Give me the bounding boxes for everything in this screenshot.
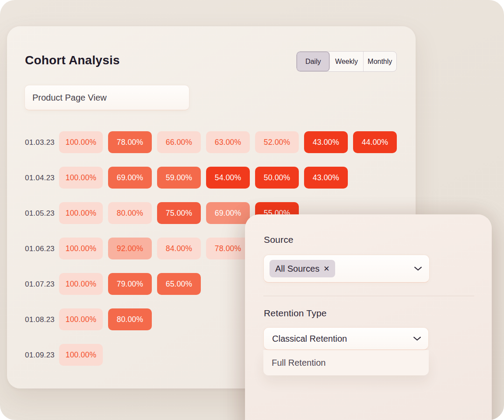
retention-cell[interactable]: 100.00% — [59, 238, 103, 259]
app-background: Cohort Analysis DailyWeeklyMonthly Produ… — [0, 0, 504, 420]
source-chip-label: All Sources — [275, 264, 319, 274]
retention-cell[interactable]: 75.00% — [157, 202, 201, 224]
retention-cell[interactable]: 69.00% — [206, 202, 250, 224]
retention-cell[interactable]: 44.00% — [353, 131, 397, 153]
retention-cell[interactable]: 100.00% — [59, 131, 103, 153]
retention-type-option[interactable]: Full Retention — [263, 350, 429, 375]
retention-cell[interactable]: 100.00% — [59, 202, 103, 224]
retention-cell[interactable]: 63.00% — [206, 131, 250, 153]
retention-cell[interactable]: 66.00% — [157, 131, 201, 153]
retention-cell[interactable]: 100.00% — [59, 308, 103, 330]
toggle-option-daily[interactable]: Daily — [297, 52, 330, 71]
retention-cell[interactable]: 59.00% — [157, 167, 201, 189]
source-select-field[interactable]: All Sources ✕ — [263, 255, 430, 283]
retention-cell[interactable]: 43.00% — [304, 131, 348, 153]
cohort-date-label: 01.09.23 — [25, 351, 55, 360]
cohort-row: 01.03.23100.00%78.00%66.00%63.00%52.00%4… — [7, 131, 416, 153]
retention-cell[interactable]: 84.00% — [157, 238, 201, 259]
retention-cell[interactable]: 80.00% — [108, 202, 152, 224]
retention-cell[interactable]: 100.00% — [59, 273, 103, 295]
retention-cell[interactable]: 52.00% — [255, 131, 299, 153]
source-section-label: Source — [264, 234, 294, 245]
retention-type-select-field[interactable]: Classical Retention — [263, 327, 429, 350]
cohort-date-label: 01.08.23 — [25, 315, 55, 324]
chevron-down-icon — [414, 266, 422, 271]
section-divider — [263, 296, 474, 296]
page-title: Cohort Analysis — [25, 53, 120, 67]
retention-cell[interactable]: 78.00% — [206, 238, 250, 259]
cohort-date-label: 01.04.23 — [25, 174, 55, 182]
retention-type-selected-value: Classical Retention — [272, 334, 347, 344]
retention-type-section-label: Retention Type — [264, 308, 327, 318]
cohort-row: 01.04.23100.00%69.00%59.00%54.00%50.00%4… — [7, 167, 416, 189]
retention-cell[interactable]: 80.00% — [108, 308, 152, 330]
filters-panel: Source All Sources ✕ Retention Type Clas… — [245, 214, 492, 420]
view-granularity-toggle: DailyWeeklyMonthly — [296, 51, 397, 72]
toggle-option-weekly[interactable]: Weekly — [330, 52, 363, 71]
cohort-date-label: 01.05.23 — [25, 209, 55, 218]
chip-remove-icon[interactable]: ✕ — [323, 265, 329, 273]
retention-cell[interactable]: 100.00% — [59, 167, 103, 189]
toggle-option-monthly[interactable]: Monthly — [364, 52, 396, 71]
retention-cell[interactable]: 43.00% — [304, 167, 348, 189]
cohort-date-label: 01.03.23 — [25, 138, 55, 147]
retention-cell[interactable]: 69.00% — [108, 167, 152, 189]
retention-cell[interactable]: 100.00% — [59, 344, 103, 366]
retention-cell[interactable]: 78.00% — [108, 131, 152, 153]
retention-cell[interactable]: 79.00% — [108, 273, 152, 295]
cohort-date-label: 01.07.23 — [25, 280, 55, 289]
retention-cell[interactable]: 65.00% — [157, 273, 201, 295]
retention-type-dropdown-list: Full Retention — [263, 350, 429, 375]
chevron-down-icon — [413, 336, 421, 341]
retention-cell[interactable]: 54.00% — [206, 167, 250, 189]
retention-cell[interactable]: 50.00% — [255, 167, 299, 189]
cohort-date-label: 01.06.23 — [25, 245, 55, 253]
source-chip[interactable]: All Sources ✕ — [270, 260, 335, 277]
retention-cell[interactable]: 92.00% — [108, 238, 152, 259]
event-selector-field[interactable]: Product Page View — [24, 85, 189, 110]
event-selector-value: Product Page View — [32, 93, 107, 103]
